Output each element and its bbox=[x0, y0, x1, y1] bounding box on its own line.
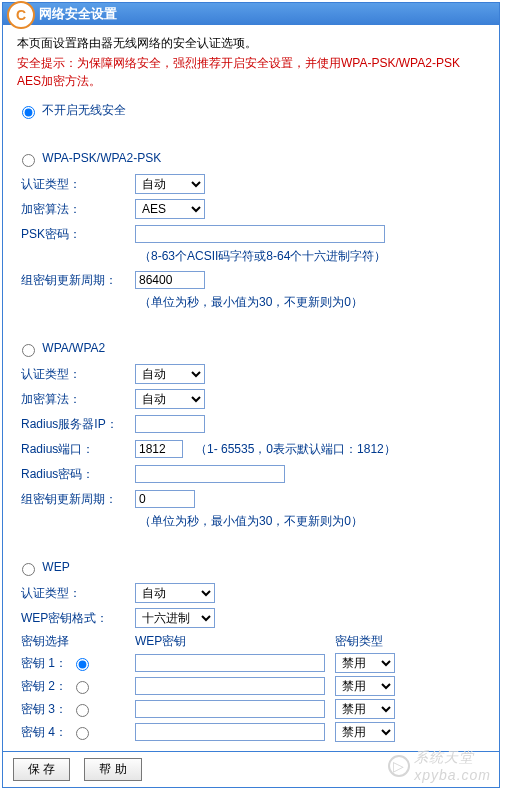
intro-text: 本页面设置路由器无线网络的安全认证选项。 bbox=[17, 35, 485, 52]
wep-auth-select[interactable]: 自动 bbox=[135, 583, 215, 603]
mode-disable-label: 不开启无线安全 bbox=[42, 103, 126, 117]
wep-key-label: 密钥 3： bbox=[21, 701, 67, 718]
mode-wpapsk-label: WPA-PSK/WPA2-PSK bbox=[42, 151, 161, 165]
mode-wep-option[interactable]: WEP bbox=[17, 560, 70, 574]
mode-disable-radio[interactable] bbox=[22, 106, 35, 119]
wpa-radiusip-label: Radius服务器IP： bbox=[17, 416, 135, 433]
wpa-gk-label: 组密钥更新周期： bbox=[17, 491, 135, 508]
wep-table-header: 密钥选择 WEP密钥 密钥类型 bbox=[17, 633, 485, 650]
wep-key-row: 密钥 2：禁用 bbox=[17, 676, 485, 696]
wpa-radiusport-hint: （1- 65535，0表示默认端口：1812） bbox=[195, 441, 396, 458]
wep-key-input[interactable] bbox=[135, 700, 325, 718]
wep-col-key: WEP密钥 bbox=[135, 633, 335, 650]
wep-key-input[interactable] bbox=[135, 723, 325, 741]
wep-key-row: 密钥 3：禁用 bbox=[17, 699, 485, 719]
mode-wpa-radio[interactable] bbox=[22, 344, 35, 357]
wep-key-type-select[interactable]: 禁用 bbox=[335, 653, 395, 673]
wep-key-radio[interactable] bbox=[76, 704, 89, 717]
mode-wpa-label: WPA/WPA2 bbox=[42, 341, 105, 355]
wep-col-select: 密钥选择 bbox=[17, 633, 135, 650]
help-button[interactable]: 帮 助 bbox=[84, 758, 141, 781]
wpa-enc-select[interactable]: 自动 bbox=[135, 389, 205, 409]
wep-key-input[interactable] bbox=[135, 677, 325, 695]
wep-key-radio[interactable] bbox=[76, 658, 89, 671]
mode-wep-label: WEP bbox=[42, 560, 69, 574]
footer-bar: 保 存 帮 助 bbox=[3, 751, 499, 787]
wpapsk-gk-input[interactable] bbox=[135, 271, 205, 289]
page-title: 网络安全设置 bbox=[39, 6, 117, 21]
wpa-auth-select[interactable]: 自动 bbox=[135, 364, 205, 384]
mode-wpa-option[interactable]: WPA/WPA2 bbox=[17, 341, 105, 355]
mode-wep-radio[interactable] bbox=[22, 563, 35, 576]
mode-disable-option[interactable]: 不开启无线安全 bbox=[17, 103, 126, 117]
wep-key-row: 密钥 1：禁用 bbox=[17, 653, 485, 673]
wep-fmt-label: WEP密钥格式： bbox=[17, 610, 135, 627]
wep-key-radio[interactable] bbox=[76, 727, 89, 740]
wep-key-radio[interactable] bbox=[76, 681, 89, 694]
wep-key-type-select[interactable]: 禁用 bbox=[335, 722, 395, 742]
wpapsk-psk-hint: （8-63个ACSII码字符或8-64个十六进制字符） bbox=[139, 248, 485, 265]
mode-wpapsk-option[interactable]: WPA-PSK/WPA2-PSK bbox=[17, 151, 161, 165]
wep-auth-label: 认证类型： bbox=[17, 585, 135, 602]
wep-key-label: 密钥 2： bbox=[21, 678, 67, 695]
wpapsk-gk-hint: （单位为秒，最小值为30，不更新则为0） bbox=[139, 294, 485, 311]
wpapsk-enc-label: 加密算法： bbox=[17, 201, 135, 218]
wpa-enc-label: 加密算法： bbox=[17, 391, 135, 408]
wep-key-label: 密钥 1： bbox=[21, 655, 67, 672]
wpapsk-auth-select[interactable]: 自动 bbox=[135, 174, 205, 194]
wpa-gk-hint: （单位为秒，最小值为30，不更新则为0） bbox=[139, 513, 485, 530]
wpa-radiuspw-input[interactable] bbox=[135, 465, 285, 483]
wpapsk-psk-input[interactable] bbox=[135, 225, 385, 243]
wep-key-type-select[interactable]: 禁用 bbox=[335, 676, 395, 696]
wep-fmt-select[interactable]: 十六进制 bbox=[135, 608, 215, 628]
logo-icon: C bbox=[7, 1, 35, 29]
wpapsk-gk-label: 组密钥更新周期： bbox=[17, 272, 135, 289]
page-header: C 网络安全设置 bbox=[3, 3, 499, 25]
mode-wpapsk-radio[interactable] bbox=[22, 154, 35, 167]
wpa-auth-label: 认证类型： bbox=[17, 366, 135, 383]
wpa-radiuspw-label: Radius密码： bbox=[17, 466, 135, 483]
wpa-radiusip-input[interactable] bbox=[135, 415, 205, 433]
content-area: 本页面设置路由器无线网络的安全认证选项。 安全提示：为保障网络安全，强烈推荐开启… bbox=[3, 25, 499, 751]
wpapsk-auth-label: 认证类型： bbox=[17, 176, 135, 193]
warning-text: 安全提示：为保障网络安全，强烈推荐开启安全设置，并使用WPA-PSK/WPA2-… bbox=[17, 54, 485, 90]
wpapsk-enc-select[interactable]: AES bbox=[135, 199, 205, 219]
wpa-radiusport-label: Radius端口： bbox=[17, 441, 135, 458]
wep-key-row: 密钥 4：禁用 bbox=[17, 722, 485, 742]
wep-key-label: 密钥 4： bbox=[21, 724, 67, 741]
wep-col-type: 密钥类型 bbox=[335, 633, 405, 650]
wpa-radiusport-input[interactable] bbox=[135, 440, 183, 458]
wpa-gk-input[interactable] bbox=[135, 490, 195, 508]
wpapsk-psk-label: PSK密码： bbox=[17, 226, 135, 243]
wep-key-input[interactable] bbox=[135, 654, 325, 672]
wep-key-type-select[interactable]: 禁用 bbox=[335, 699, 395, 719]
save-button[interactable]: 保 存 bbox=[13, 758, 70, 781]
